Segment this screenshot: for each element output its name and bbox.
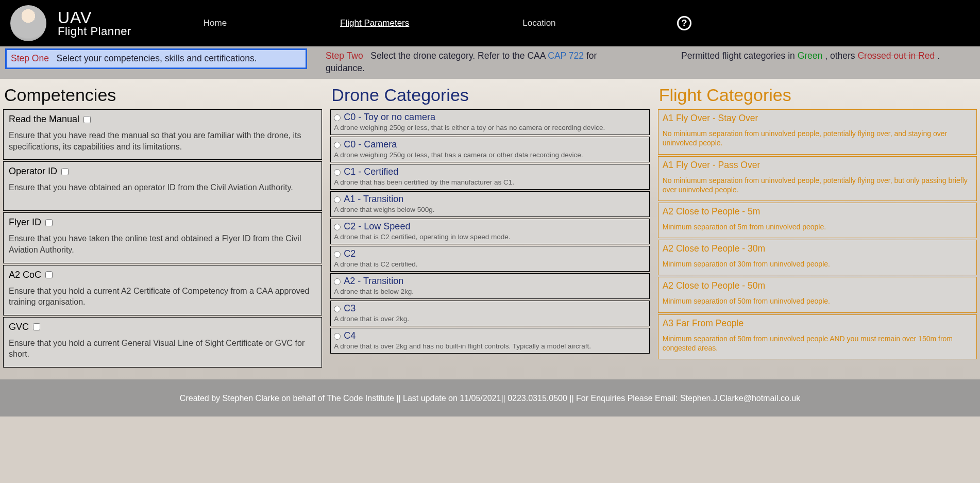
step-three-redstrike: Crossed out in Red <box>857 51 935 61</box>
drone-item: C2 - Low Speed A drone that is C2 certif… <box>330 219 649 244</box>
drone-label: C2 <box>344 248 356 259</box>
main-columns: Competencies Read the Manual Ensure that… <box>0 79 980 379</box>
nav-links: Home Flight Parameters Location ? <box>204 16 970 30</box>
flightcat-label: A2 Close to People - 5m <box>663 206 972 217</box>
flightcat-label: A1 Fly Over - Stay Over <box>663 113 972 124</box>
step-one-label: Step One <box>11 53 49 63</box>
competency-desc: Ensure that you have read the manual so … <box>9 130 316 152</box>
competencies-heading: Competencies <box>4 85 322 105</box>
flightcat-item: A2 Close to People - 30m Minimum separat… <box>658 240 977 275</box>
step-three-green: Green <box>798 51 823 61</box>
top-nav: UAV Flight Planner Home Flight Parameter… <box>0 0 980 46</box>
competency-checkbox-gvc[interactable] <box>33 323 40 330</box>
flightcat-label: A3 Far From People <box>663 318 972 329</box>
competency-label: GVC <box>9 322 29 332</box>
brand-subtitle: Flight Planner <box>58 25 131 38</box>
drone-radio-c1[interactable] <box>334 169 341 176</box>
drone-item: C2 A drone that is C2 certified. <box>330 246 649 272</box>
steps-strip: Step One Select your competencies, skill… <box>0 46 980 79</box>
competency-item: Flyer ID Ensure that you have taken the … <box>3 212 322 263</box>
flightcat-item: A2 Close to People - 50m Minimum separat… <box>658 277 977 312</box>
nav-home[interactable]: Home <box>204 18 227 28</box>
nav-flight-parameters[interactable]: Flight Parameters <box>340 18 409 28</box>
drone-desc: A drone weighing 250g or less, that has … <box>334 151 646 159</box>
step-two-label: Step Two <box>326 51 363 61</box>
drone-label: C3 <box>344 303 356 314</box>
step-one: Step One Select your competencies, skill… <box>5 48 307 69</box>
competency-checkbox-a2-coc[interactable] <box>45 271 53 278</box>
drone-label: C4 <box>344 330 356 341</box>
step-two-pre: Select the drone category. Refer to the … <box>370 51 548 61</box>
drone-desc: A drone that is over 2kg. <box>334 315 646 323</box>
footer: Created by Stephen Clarke on behalf of T… <box>0 379 980 417</box>
drone-item: C4 A drone that is over 2kg and has no b… <box>330 328 649 354</box>
avatar <box>10 5 46 41</box>
flightcat-label: A2 Close to People - 50m <box>663 280 972 291</box>
flightcat-desc: Minimum separation of 30m from uninvolve… <box>663 259 972 269</box>
flightcat-item: A2 Close to People - 5m Minimum separati… <box>658 203 977 238</box>
drone-desc: A drone that is below 2kg. <box>334 288 646 295</box>
drone-label: C2 - Low Speed <box>344 221 410 232</box>
drone-label: A1 - Transition <box>344 194 403 205</box>
flightcat-label: A1 Fly Over - Pass Over <box>663 160 972 171</box>
step-one-text: Select your competencies, skills and cer… <box>57 53 257 63</box>
drone-radio-a1-transition[interactable] <box>334 196 341 203</box>
drone-radio-c0-toy[interactable] <box>334 114 341 121</box>
drone-radio-c4[interactable] <box>334 333 341 340</box>
step-three-mid: , others <box>825 51 857 61</box>
footer-text: Created by Stephen Clarke on behalf of T… <box>180 394 800 403</box>
competency-label: A2 CoC <box>9 270 41 280</box>
competency-desc: Ensure that you hold a current General V… <box>9 338 316 360</box>
drone-item: C1 - Certified A drone that has been cer… <box>330 164 649 190</box>
competencies-column: Competencies Read the Manual Ensure that… <box>3 83 322 369</box>
flightcats-heading: Flight Categories <box>659 85 977 105</box>
flightcat-label: A2 Close to People - 30m <box>663 243 972 254</box>
drone-radio-c2[interactable] <box>334 251 341 258</box>
drones-heading: Drone Categories <box>331 85 649 105</box>
flightcat-desc: Minimum separation of 50m from uninvolve… <box>663 296 972 306</box>
cap-722-link[interactable]: CAP 722 <box>548 51 584 61</box>
drone-desc: A drone that has been certified by the m… <box>334 178 646 186</box>
drone-label: C0 - Camera <box>344 139 397 150</box>
flightcat-desc: No miniumum separation from uninvolved p… <box>663 129 972 147</box>
brand: UAV Flight Planner <box>58 9 131 37</box>
competency-item: A2 CoC Ensure that you hold a current A2… <box>3 265 322 315</box>
competency-label: Read the Manual <box>9 114 79 125</box>
step-three-pre: Permitted flight categories in <box>681 51 798 61</box>
step-three: Permitted flight categories in Green , o… <box>635 48 975 64</box>
help-icon[interactable]: ? <box>677 16 691 30</box>
drone-label: A2 - Transition <box>344 276 403 287</box>
drone-radio-c0-camera[interactable] <box>334 142 341 148</box>
drone-desc: A drone that weighs below 500g. <box>334 206 646 213</box>
drone-radio-c3[interactable] <box>334 306 341 312</box>
drone-desc: A drone that is C2 certified. <box>334 260 646 268</box>
flightcat-item: A1 Fly Over - Stay Over No miniumum sepa… <box>658 109 977 154</box>
drone-item: A2 - Transition A drone that is below 2k… <box>330 273 649 299</box>
drone-radio-a2-transition[interactable] <box>334 278 341 285</box>
competency-checkbox-flyer-id[interactable] <box>45 219 53 226</box>
step-two: Step Two Select the drone category. Refe… <box>323 48 619 76</box>
competency-label: Operator ID <box>9 166 57 177</box>
competency-desc: Ensure that you have obtained an operato… <box>9 182 316 193</box>
flightcat-desc: No miniumum separation from uninvolved p… <box>663 176 972 194</box>
flightcat-item: A1 Fly Over - Pass Over No miniumum sepa… <box>658 156 977 201</box>
drone-desc: A drone that is C2 certified, operating … <box>334 233 646 241</box>
drone-item: A1 - Transition A drone that weighs belo… <box>330 191 649 217</box>
competency-item: Operator ID Ensure that you have obtaine… <box>3 161 322 211</box>
nav-location[interactable]: Location <box>522 18 555 28</box>
competency-item: GVC Ensure that you hold a current Gener… <box>3 317 322 368</box>
drone-radio-c2-lowspeed[interactable] <box>334 224 341 230</box>
drone-label: C0 - Toy or no camera <box>344 112 435 123</box>
drone-desc: A drone that is over 2kg and has no buil… <box>334 342 646 350</box>
competency-desc: Ensure that you have taken the online te… <box>9 233 316 255</box>
competency-checkbox-operator-id[interactable] <box>61 168 69 175</box>
competency-desc: Ensure that you hold a current A2 Certif… <box>9 286 316 308</box>
competency-label: Flyer ID <box>9 217 41 228</box>
drone-label: C1 - Certified <box>344 166 398 177</box>
drone-desc: A drone weighing 250g or less, that is e… <box>334 124 646 131</box>
drone-item: C3 A drone that is over 2kg. <box>330 301 649 326</box>
drones-column: Drone Categories C0 - Toy or no camera A… <box>330 83 649 369</box>
flightcat-item: A3 Far From People Minimum separation of… <box>658 314 977 359</box>
drone-item: C0 - Camera A drone weighing 250g or les… <box>330 137 649 162</box>
competency-checkbox-read-manual[interactable] <box>83 116 91 123</box>
